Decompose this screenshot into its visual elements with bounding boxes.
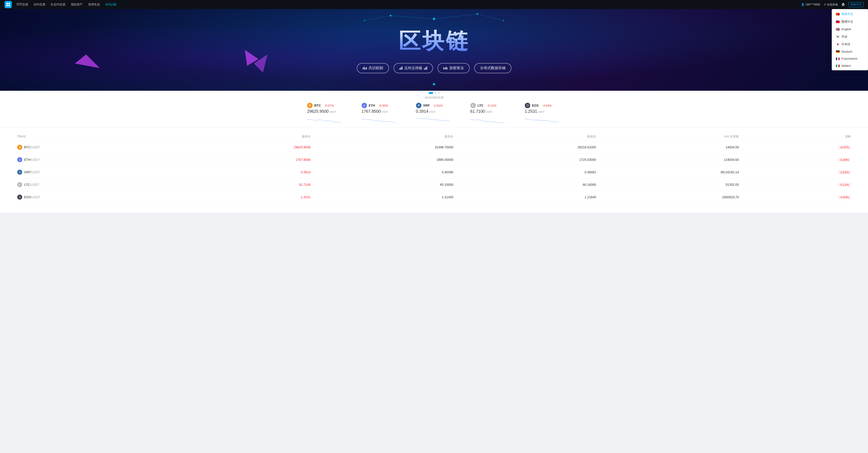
- svg-line-11: [365, 16, 391, 21]
- eos-icon: ⬡: [525, 103, 530, 108]
- hero-feature-1[interactable]: 点对点传输: [394, 63, 433, 73]
- ticker-coin-xrp[interactable]: ✕XRP-2.61%0.3914 USDT: [416, 103, 452, 124]
- col-header-2: 最高价: [314, 132, 457, 141]
- nav-item-我的资产[interactable]: 我的资产: [71, 2, 83, 7]
- col-header-5: 涨幅: [742, 132, 855, 141]
- hero-section: 区块链 共识机制点对点传输加密算法分布式数据存储: [0, 9, 868, 91]
- svg-point-13: [433, 83, 435, 85]
- hero-feature-3[interactable]: 分布式数据存储: [474, 63, 512, 73]
- hero-feature-0[interactable]: 共识机制: [357, 63, 389, 73]
- svg-marker-14: [75, 55, 100, 68]
- navbar: 币币交易合约交易杠合约交易我的资产质押生息IEO认购 👤 188****8888…: [0, 0, 868, 9]
- navbar-right: 👤 188****8888 ↺ 在线客服 🖨️ 简体中文: [801, 2, 864, 7]
- lang-item-한글[interactable]: 🇰🇷한글: [832, 33, 868, 40]
- flag-icon: 🇫🇷: [836, 57, 840, 60]
- nav-item-币币交易[interactable]: 币币交易: [16, 2, 28, 7]
- lang-item-english[interactable]: 🇬🇧English: [832, 26, 868, 33]
- lang-item-französisch[interactable]: 🇫🇷Französisch: [832, 55, 868, 62]
- svg-line-10: [434, 14, 477, 19]
- col-header-4: 24H 交易量: [599, 132, 742, 141]
- user-info[interactable]: 👤 188****8888: [801, 3, 820, 6]
- btc-icon: ₿: [307, 103, 313, 108]
- svg-rect-1: [8, 3, 10, 4]
- ticker-coin-ltc[interactable]: ŁLTC-5.11%61.7100 USDT: [470, 103, 507, 124]
- eos-chart: [525, 115, 559, 124]
- print-icon[interactable]: 🖨️: [841, 3, 845, 6]
- user-icon: 👤: [801, 3, 805, 6]
- eth-row-icon: ♦: [17, 157, 22, 162]
- eos-row-icon: ⬡: [17, 194, 22, 200]
- refresh-icon: ↺: [824, 3, 826, 6]
- flag-icon: 🇹🇼: [836, 20, 840, 23]
- nav-item-杠合约交易[interactable]: 杠合约交易: [51, 2, 65, 7]
- ltc-icon: Ł: [470, 103, 476, 108]
- ticker-coin-btc[interactable]: ₿BTC-6.07%29625.9500 USDT: [307, 103, 343, 124]
- flag-icon: 🇰🇷: [836, 35, 840, 38]
- col-header-3: 最低价: [457, 132, 600, 141]
- xrp-chart: [416, 115, 450, 124]
- svg-line-9: [391, 16, 434, 19]
- change-badge: -4.53%: [838, 195, 851, 200]
- ltc-row-icon: Ł: [17, 182, 22, 187]
- svg-rect-0: [6, 3, 8, 4]
- ticker-label: 演示站请勿交易: [0, 96, 868, 100]
- lang-item-繁體中文[interactable]: 🇹🇼繁體中文: [832, 18, 868, 26]
- xrp-row-icon: ✕: [17, 170, 22, 175]
- eth-chart: [362, 115, 396, 124]
- svg-line-12: [477, 14, 503, 21]
- main-nav: 币币交易合约交易杠合约交易我的资产质押生息IEO认购: [16, 2, 801, 7]
- flag-icon: 🇬🇧: [836, 28, 840, 31]
- flag-icon: 🇮🇹: [836, 64, 840, 67]
- eth-icon: ♦: [362, 103, 367, 108]
- lang-item-italiano[interactable]: 🇮🇹Italiano: [832, 62, 868, 69]
- ticker-dots: [0, 92, 868, 96]
- ticker-bar: 演示站请勿交易 ₿BTC-6.07%29625.9500 USDT ♦ETH-6…: [0, 91, 868, 128]
- nav-item-合约交易[interactable]: 合约交易: [34, 2, 45, 7]
- flag-icon: 🇨🇳: [836, 12, 840, 16]
- btc-row-icon: ₿: [17, 145, 22, 150]
- hero-title: 区块链: [399, 27, 469, 56]
- language-button[interactable]: 简体中文: [848, 2, 864, 7]
- col-header-1: 最新价: [181, 132, 314, 141]
- user-phone: 188****8888: [805, 3, 820, 6]
- flag-icon: 🇩🇪: [836, 50, 840, 53]
- change-badge: -5.11%: [838, 183, 851, 187]
- col-header-0: 币种对: [13, 132, 181, 141]
- ticker-dot-2[interactable]: [435, 92, 436, 94]
- lang-item-日本語[interactable]: 🇯🇵日本語: [832, 40, 868, 48]
- change-badge: -6.07%: [838, 145, 851, 150]
- svg-marker-16: [254, 55, 268, 72]
- hero-feature-2[interactable]: 加密算法: [437, 63, 470, 73]
- logo[interactable]: [4, 1, 12, 8]
- change-badge: -6.30%: [838, 158, 851, 162]
- market-table-section: 币种对最新价最高价最低价24H 交易量涨幅 ₿BTC/USDT29625.950…: [0, 128, 868, 213]
- table-row[interactable]: ⬡EOS/USDT1.25311.314001.218401892824.70-…: [13, 191, 855, 204]
- market-table: 币种对最新价最高价最低价24H 交易量涨幅 ₿BTC/USDT29625.950…: [13, 132, 855, 204]
- ticker-coin-eth[interactable]: ♦ETH-6.30%1767.8500 USDT: [362, 103, 398, 124]
- ticker-coins: ₿BTC-6.07%29625.9500 USDT ♦ETH-6.30%1767…: [0, 100, 868, 127]
- btc-chart: [307, 115, 341, 124]
- lang-item-deutsch[interactable]: 🇩🇪Deutsch: [832, 48, 868, 55]
- support-link[interactable]: ↺ 在线客服: [824, 3, 838, 7]
- svg-rect-3: [8, 5, 10, 6]
- language-dropdown: 🇨🇳简体中文🇹🇼繁體中文🇬🇧English🇰🇷한글🇯🇵日本語🇩🇪Deutsch🇫…: [832, 9, 868, 70]
- nav-item-质押生息[interactable]: 质押生息: [88, 2, 100, 7]
- change-badge: -2.61%: [838, 170, 851, 175]
- support-label: 在线客服: [827, 3, 838, 7]
- xrp-icon: ✕: [416, 103, 422, 108]
- lang-item-简体中文[interactable]: 🇨🇳简体中文: [832, 10, 868, 18]
- svg-rect-2: [6, 5, 8, 6]
- ltc-chart: [470, 115, 504, 124]
- ticker-coin-eos[interactable]: ⬡EOS-4.53%1.2531 USDT: [525, 103, 561, 124]
- hero-features: 共识机制点对点传输加密算法分布式数据存储: [357, 63, 512, 73]
- table-row[interactable]: ♦ETH/USDT1767.85001889.300001725.5300011…: [13, 154, 855, 166]
- ticker-dot-3[interactable]: [438, 92, 439, 94]
- ticker-dot-1[interactable]: [429, 92, 433, 94]
- table-row[interactable]: ŁLTC/USDT61.710065.1000060.1600051352.05…: [13, 179, 855, 191]
- table-row[interactable]: ✕XRP/USDT0.39140.403960.3846238116182.14…: [13, 166, 855, 179]
- nav-item-IEO认购[interactable]: IEO认购: [105, 2, 116, 7]
- table-row[interactable]: ₿BTC/USDT29625.950031598.7000029216.6100…: [13, 141, 855, 154]
- flag-icon: 🇯🇵: [836, 43, 840, 46]
